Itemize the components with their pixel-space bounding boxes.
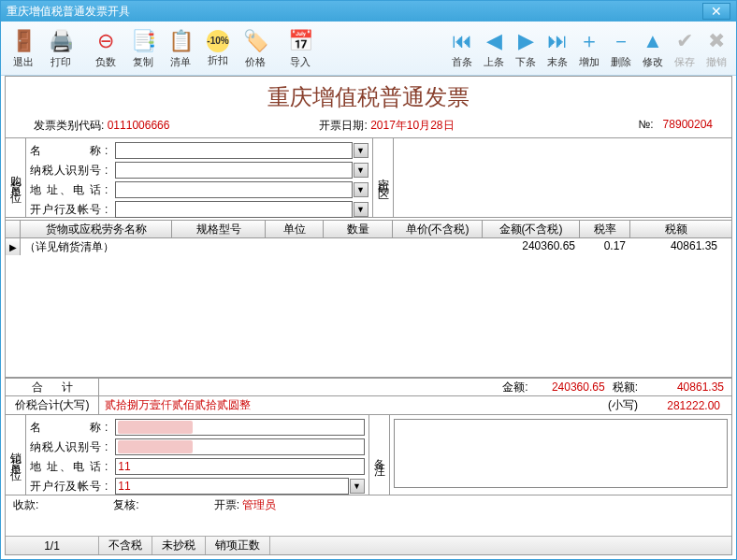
dropdown-icon[interactable]: ▼ [354, 143, 368, 158]
discount-button[interactable]: -10%折扣 [200, 24, 236, 73]
last-button[interactable]: ⏭末条 [542, 24, 572, 73]
dropdown-icon[interactable]: ▼ [350, 479, 365, 494]
negative-button[interactable]: ⊖负数 [88, 24, 123, 73]
invoice-date-label: 开票日期: 2017年10月28日 [319, 118, 454, 134]
statusbar: 1/1 不含税 未抄税 销项正数 [6, 536, 731, 554]
edit-button[interactable]: ▲修改 [638, 24, 668, 73]
invoice-type-label: 发票类别代码: 0111006666 [34, 118, 169, 134]
remark-textarea[interactable] [394, 419, 729, 488]
grand-total-row: 价税合计(大写) 贰拾捌万壹仟贰佰贰拾贰圆整 (小写) 281222.00 [6, 396, 731, 415]
total-row: 合计 金额: 240360.65 税额: 40861.35 [6, 378, 731, 396]
buyer-name-input[interactable] [115, 142, 352, 159]
invoice-number-label: №: 78900204 [638, 118, 713, 134]
seller-taxid-input[interactable] [115, 438, 364, 455]
document-title: 重庆增值税普通发票 [6, 77, 731, 116]
row-indicator-icon: ▶ [6, 238, 21, 255]
price-button[interactable]: 🏷️价格 [238, 24, 273, 73]
buyer-addr-input[interactable] [115, 181, 352, 198]
seller-section-label: 销货单位 [6, 415, 26, 495]
grid-header: 货物或应税劳务名称 规格型号 单位 数量 单价(不含税) 金额(不含税) 税率 … [6, 220, 731, 238]
buyer-section-label: 购货单位 [6, 137, 26, 218]
list-button[interactable]: 📋清单 [163, 24, 198, 73]
remark-section-label: 备注 [369, 415, 390, 495]
seller-bank-input[interactable]: 11 [115, 478, 348, 495]
table-row[interactable]: ▶ （详见销货清单） 240360.65 0.17 40861.35 [6, 238, 731, 255]
buyer-bank-input[interactable] [115, 201, 352, 218]
print-button[interactable]: 🖨️打印 [43, 24, 79, 73]
import-button[interactable]: 📅导入 [282, 24, 318, 73]
password-area [394, 137, 732, 218]
window-title: 重庆增值税普通发票开具 [7, 4, 130, 20]
add-button[interactable]: ＋增加 [574, 24, 604, 73]
save-button: ✔保存 [670, 24, 700, 73]
signature-row: 收款: 复核: 开票: 管理员 [6, 495, 731, 514]
next-button[interactable]: ▶下条 [511, 24, 541, 73]
close-button[interactable]: ✕ [702, 3, 730, 20]
delete-button[interactable]: －删除 [606, 24, 636, 73]
undo-button: ✖撤销 [701, 24, 731, 73]
exit-button[interactable]: 🚪退出 [6, 24, 41, 73]
grid-body[interactable]: ▶ （详见销货清单） 240360.65 0.17 40861.35 [6, 238, 731, 377]
dropdown-icon[interactable]: ▼ [354, 182, 368, 197]
password-section-label: 密码区 [373, 137, 394, 218]
dropdown-icon[interactable]: ▼ [354, 163, 368, 178]
seller-name-input[interactable] [115, 419, 364, 436]
dropdown-icon[interactable]: ▼ [354, 202, 368, 217]
seller-addr-input[interactable]: 11 [115, 458, 364, 475]
copy-button[interactable]: 📑复制 [125, 24, 161, 73]
first-button[interactable]: ⏮首条 [447, 24, 477, 73]
prev-button[interactable]: ◀上条 [479, 24, 509, 73]
toolbar: 🚪退出 🖨️打印 ⊖负数 📑复制 📋清单 -10%折扣 🏷️价格 📅导入 ⏮首条… [1, 22, 736, 76]
buyer-taxid-input[interactable] [115, 162, 352, 179]
